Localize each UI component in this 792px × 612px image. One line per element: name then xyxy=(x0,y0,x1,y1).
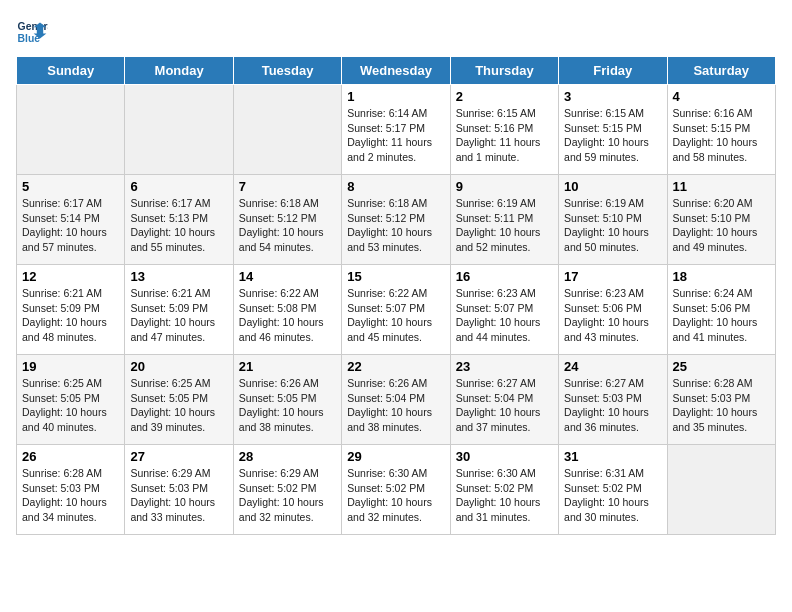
cell-info: Sunrise: 6:23 AM Sunset: 5:07 PM Dayligh… xyxy=(456,286,553,345)
week-row-3: 12Sunrise: 6:21 AM Sunset: 5:09 PM Dayli… xyxy=(17,265,776,355)
day-cell-3: 3Sunrise: 6:15 AM Sunset: 5:15 PM Daylig… xyxy=(559,85,667,175)
cell-info: Sunrise: 6:22 AM Sunset: 5:07 PM Dayligh… xyxy=(347,286,444,345)
day-cell-7: 7Sunrise: 6:18 AM Sunset: 5:12 PM Daylig… xyxy=(233,175,341,265)
days-header-row: SundayMondayTuesdayWednesdayThursdayFrid… xyxy=(17,57,776,85)
day-cell-24: 24Sunrise: 6:27 AM Sunset: 5:03 PM Dayli… xyxy=(559,355,667,445)
cell-info: Sunrise: 6:16 AM Sunset: 5:15 PM Dayligh… xyxy=(673,106,770,165)
day-header-tuesday: Tuesday xyxy=(233,57,341,85)
day-cell-23: 23Sunrise: 6:27 AM Sunset: 5:04 PM Dayli… xyxy=(450,355,558,445)
day-cell-31: 31Sunrise: 6:31 AM Sunset: 5:02 PM Dayli… xyxy=(559,445,667,535)
date-number: 23 xyxy=(456,359,553,374)
day-cell-5: 5Sunrise: 6:17 AM Sunset: 5:14 PM Daylig… xyxy=(17,175,125,265)
day-cell-15: 15Sunrise: 6:22 AM Sunset: 5:07 PM Dayli… xyxy=(342,265,450,355)
cell-info: Sunrise: 6:23 AM Sunset: 5:06 PM Dayligh… xyxy=(564,286,661,345)
day-cell-19: 19Sunrise: 6:25 AM Sunset: 5:05 PM Dayli… xyxy=(17,355,125,445)
day-cell-4: 4Sunrise: 6:16 AM Sunset: 5:15 PM Daylig… xyxy=(667,85,775,175)
cell-info: Sunrise: 6:15 AM Sunset: 5:16 PM Dayligh… xyxy=(456,106,553,165)
day-cell-8: 8Sunrise: 6:18 AM Sunset: 5:12 PM Daylig… xyxy=(342,175,450,265)
date-number: 29 xyxy=(347,449,444,464)
cell-info: Sunrise: 6:28 AM Sunset: 5:03 PM Dayligh… xyxy=(22,466,119,525)
date-number: 17 xyxy=(564,269,661,284)
week-row-2: 5Sunrise: 6:17 AM Sunset: 5:14 PM Daylig… xyxy=(17,175,776,265)
logo-icon: General Blue xyxy=(16,16,48,48)
cell-info: Sunrise: 6:15 AM Sunset: 5:15 PM Dayligh… xyxy=(564,106,661,165)
date-number: 3 xyxy=(564,89,661,104)
date-number: 20 xyxy=(130,359,227,374)
day-cell-1: 1Sunrise: 6:14 AM Sunset: 5:17 PM Daylig… xyxy=(342,85,450,175)
day-header-monday: Monday xyxy=(125,57,233,85)
cell-info: Sunrise: 6:26 AM Sunset: 5:05 PM Dayligh… xyxy=(239,376,336,435)
day-cell-16: 16Sunrise: 6:23 AM Sunset: 5:07 PM Dayli… xyxy=(450,265,558,355)
cell-info: Sunrise: 6:25 AM Sunset: 5:05 PM Dayligh… xyxy=(130,376,227,435)
date-number: 24 xyxy=(564,359,661,374)
date-number: 10 xyxy=(564,179,661,194)
logo: General Blue xyxy=(16,16,56,48)
week-row-5: 26Sunrise: 6:28 AM Sunset: 5:03 PM Dayli… xyxy=(17,445,776,535)
cell-info: Sunrise: 6:18 AM Sunset: 5:12 PM Dayligh… xyxy=(239,196,336,255)
day-cell-10: 10Sunrise: 6:19 AM Sunset: 5:10 PM Dayli… xyxy=(559,175,667,265)
date-number: 22 xyxy=(347,359,444,374)
day-cell-29: 29Sunrise: 6:30 AM Sunset: 5:02 PM Dayli… xyxy=(342,445,450,535)
day-cell-20: 20Sunrise: 6:25 AM Sunset: 5:05 PM Dayli… xyxy=(125,355,233,445)
date-number: 12 xyxy=(22,269,119,284)
cell-info: Sunrise: 6:18 AM Sunset: 5:12 PM Dayligh… xyxy=(347,196,444,255)
day-cell-12: 12Sunrise: 6:21 AM Sunset: 5:09 PM Dayli… xyxy=(17,265,125,355)
date-number: 7 xyxy=(239,179,336,194)
cell-info: Sunrise: 6:20 AM Sunset: 5:10 PM Dayligh… xyxy=(673,196,770,255)
day-cell-11: 11Sunrise: 6:20 AM Sunset: 5:10 PM Dayli… xyxy=(667,175,775,265)
cell-info: Sunrise: 6:31 AM Sunset: 5:02 PM Dayligh… xyxy=(564,466,661,525)
day-cell-25: 25Sunrise: 6:28 AM Sunset: 5:03 PM Dayli… xyxy=(667,355,775,445)
date-number: 19 xyxy=(22,359,119,374)
day-cell-30: 30Sunrise: 6:30 AM Sunset: 5:02 PM Dayli… xyxy=(450,445,558,535)
week-row-4: 19Sunrise: 6:25 AM Sunset: 5:05 PM Dayli… xyxy=(17,355,776,445)
page-header: General Blue xyxy=(16,16,776,48)
cell-info: Sunrise: 6:21 AM Sunset: 5:09 PM Dayligh… xyxy=(130,286,227,345)
week-row-1: 1Sunrise: 6:14 AM Sunset: 5:17 PM Daylig… xyxy=(17,85,776,175)
empty-cell xyxy=(667,445,775,535)
date-number: 15 xyxy=(347,269,444,284)
empty-cell xyxy=(233,85,341,175)
date-number: 2 xyxy=(456,89,553,104)
cell-info: Sunrise: 6:29 AM Sunset: 5:02 PM Dayligh… xyxy=(239,466,336,525)
cell-info: Sunrise: 6:25 AM Sunset: 5:05 PM Dayligh… xyxy=(22,376,119,435)
date-number: 6 xyxy=(130,179,227,194)
cell-info: Sunrise: 6:17 AM Sunset: 5:13 PM Dayligh… xyxy=(130,196,227,255)
cell-info: Sunrise: 6:19 AM Sunset: 5:10 PM Dayligh… xyxy=(564,196,661,255)
empty-cell xyxy=(17,85,125,175)
cell-info: Sunrise: 6:17 AM Sunset: 5:14 PM Dayligh… xyxy=(22,196,119,255)
cell-info: Sunrise: 6:28 AM Sunset: 5:03 PM Dayligh… xyxy=(673,376,770,435)
date-number: 30 xyxy=(456,449,553,464)
date-number: 4 xyxy=(673,89,770,104)
date-number: 13 xyxy=(130,269,227,284)
calendar-body: 1Sunrise: 6:14 AM Sunset: 5:17 PM Daylig… xyxy=(17,85,776,535)
day-header-wednesday: Wednesday xyxy=(342,57,450,85)
day-cell-28: 28Sunrise: 6:29 AM Sunset: 5:02 PM Dayli… xyxy=(233,445,341,535)
cell-info: Sunrise: 6:30 AM Sunset: 5:02 PM Dayligh… xyxy=(347,466,444,525)
date-number: 21 xyxy=(239,359,336,374)
date-number: 18 xyxy=(673,269,770,284)
cell-info: Sunrise: 6:30 AM Sunset: 5:02 PM Dayligh… xyxy=(456,466,553,525)
cell-info: Sunrise: 6:14 AM Sunset: 5:17 PM Dayligh… xyxy=(347,106,444,165)
cell-info: Sunrise: 6:29 AM Sunset: 5:03 PM Dayligh… xyxy=(130,466,227,525)
date-number: 27 xyxy=(130,449,227,464)
empty-cell xyxy=(125,85,233,175)
date-number: 8 xyxy=(347,179,444,194)
date-number: 11 xyxy=(673,179,770,194)
day-cell-22: 22Sunrise: 6:26 AM Sunset: 5:04 PM Dayli… xyxy=(342,355,450,445)
date-number: 28 xyxy=(239,449,336,464)
cell-info: Sunrise: 6:27 AM Sunset: 5:03 PM Dayligh… xyxy=(564,376,661,435)
cell-info: Sunrise: 6:19 AM Sunset: 5:11 PM Dayligh… xyxy=(456,196,553,255)
day-header-sunday: Sunday xyxy=(17,57,125,85)
day-header-friday: Friday xyxy=(559,57,667,85)
day-cell-9: 9Sunrise: 6:19 AM Sunset: 5:11 PM Daylig… xyxy=(450,175,558,265)
date-number: 14 xyxy=(239,269,336,284)
calendar-table: SundayMondayTuesdayWednesdayThursdayFrid… xyxy=(16,56,776,535)
day-cell-21: 21Sunrise: 6:26 AM Sunset: 5:05 PM Dayli… xyxy=(233,355,341,445)
day-header-thursday: Thursday xyxy=(450,57,558,85)
date-number: 31 xyxy=(564,449,661,464)
day-header-saturday: Saturday xyxy=(667,57,775,85)
cell-info: Sunrise: 6:21 AM Sunset: 5:09 PM Dayligh… xyxy=(22,286,119,345)
cell-info: Sunrise: 6:24 AM Sunset: 5:06 PM Dayligh… xyxy=(673,286,770,345)
date-number: 25 xyxy=(673,359,770,374)
date-number: 1 xyxy=(347,89,444,104)
